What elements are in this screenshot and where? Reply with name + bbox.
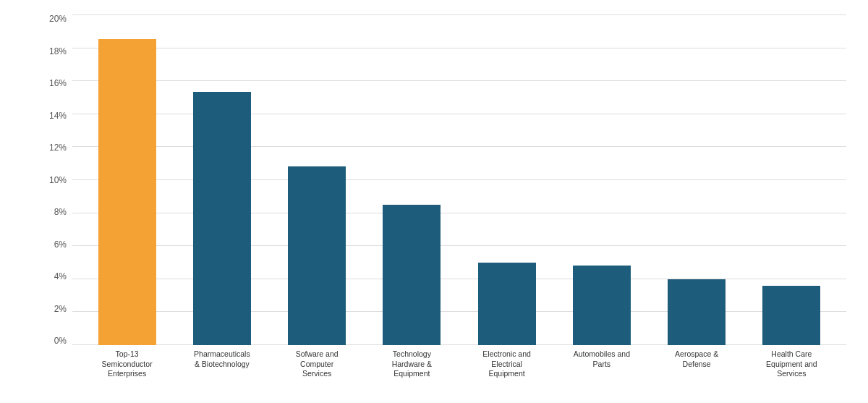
bar-1 (193, 92, 251, 345)
x-label-1: Pharmaceuticals & Biotechnology (174, 345, 269, 396)
bar-3 (383, 205, 441, 345)
y-axis-label: 20% (49, 14, 67, 23)
x-label-7: Health Care Equipment and Services (744, 345, 839, 396)
y-axis-label: 16% (49, 79, 67, 88)
bar-2 (288, 166, 346, 345)
bar-6 (668, 279, 726, 345)
chart-container: 20%18%16%14%12%10%8%6%4%2%0% Top-13 Semi… (0, 0, 868, 403)
y-axis-label: 12% (49, 143, 67, 152)
x-label-0: Top-13 Semiconductor Enterprises (80, 345, 174, 396)
chart-area: 20%18%16%14%12%10%8%6%4%2%0% Top-13 Semi… (43, 14, 846, 396)
bar-group (174, 14, 269, 345)
bar-group (365, 14, 459, 345)
x-label-6: Aerospace & Defense (650, 345, 744, 396)
bars-and-grid: Top-13 Semiconductor EnterprisesPharmace… (72, 14, 846, 396)
y-axis-label: 18% (49, 47, 67, 56)
y-axis-label: 8% (54, 208, 67, 216)
y-axis-label: 6% (54, 240, 67, 249)
bar-5 (573, 266, 631, 345)
bar-group (650, 14, 744, 345)
bar-group (554, 14, 649, 345)
y-axis-label: 10% (49, 176, 67, 184)
x-label-4: Electronic and Electrical Equipment (459, 345, 554, 396)
y-axis-label: 4% (54, 272, 67, 281)
x-labels: Top-13 Semiconductor EnterprisesPharmace… (72, 345, 846, 396)
bar-7 (762, 286, 820, 345)
bar-group (80, 14, 174, 345)
x-label-2: Sofware and Computer Services (270, 345, 365, 396)
x-label-5: Automobiles and Parts (554, 345, 649, 396)
bars-wrapper (72, 14, 846, 345)
y-axis: 20%18%16%14%12%10%8%6%4%2%0% (43, 14, 72, 396)
bar-group (270, 14, 365, 345)
bar-group (459, 14, 554, 345)
y-axis-label: 0% (54, 336, 67, 345)
y-axis-label: 14% (49, 111, 67, 120)
bar-group (744, 14, 839, 345)
bar-4 (478, 263, 536, 345)
y-axis-label: 2% (54, 305, 67, 313)
x-label-3: Technology Hardware & Equipment (365, 345, 459, 396)
bar-0 (98, 39, 156, 345)
